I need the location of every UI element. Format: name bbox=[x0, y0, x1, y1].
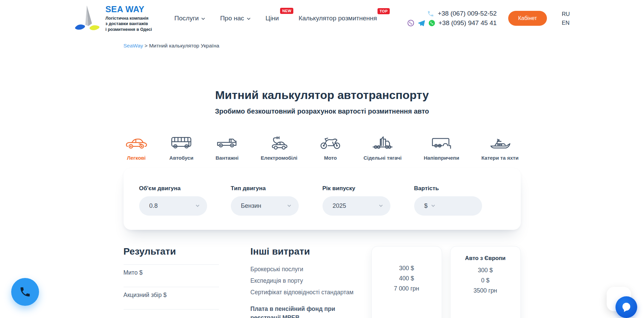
card-value: 7 000 грн bbox=[376, 283, 437, 294]
tab-boats-yachts[interactable]: Катери та яхти bbox=[481, 135, 518, 161]
cost-item-pension-fund: Плата в пенсійний фонд при реєстрації МР… bbox=[251, 304, 352, 318]
results-column: Результати Мито $ Акцизний збір $ bbox=[124, 246, 219, 310]
telegram-icon[interactable] bbox=[418, 20, 425, 26]
header: SEA WAY Логістична компанія з доставки в… bbox=[74, 0, 570, 34]
year-field: Рік випуску 2025 bbox=[323, 185, 390, 230]
card-value: 300 $ bbox=[376, 263, 437, 273]
cost-card-europe: Авто з Європи 300 $ 0 $ 3500 грн bbox=[450, 246, 521, 318]
nav-item-calculator[interactable]: Калькулятор розмитнення TOP bbox=[298, 15, 377, 22]
tab-trucks[interactable]: Вантажні bbox=[216, 135, 239, 161]
chat-button[interactable] bbox=[615, 296, 637, 318]
chevron-down-icon bbox=[379, 204, 383, 207]
chevron-down-icon bbox=[201, 17, 205, 20]
truck-icon bbox=[216, 135, 238, 151]
chevron-down-icon bbox=[196, 204, 200, 207]
card-value: 0 $ bbox=[455, 275, 516, 285]
card-title: Авто з Європи bbox=[455, 255, 516, 261]
page-title: Митний калькулятор автотранспорту bbox=[124, 88, 521, 102]
nav-item-about[interactable]: Про нас bbox=[220, 15, 251, 22]
engine-volume-label: Об'єм двигуна bbox=[139, 185, 207, 192]
logo-tagline: Логістична компанія з доставки вантажів … bbox=[106, 16, 152, 33]
calculator-form-panel: Об'єм двигуна 0.8 Тип двигуна Бензин Рік… bbox=[124, 168, 521, 230]
card-value: 400 $ bbox=[376, 273, 437, 283]
logo[interactable]: SEA WAY Логістична компанія з доставки в… bbox=[74, 4, 152, 33]
logo-title: SEA WAY bbox=[106, 4, 152, 14]
result-item-excise: Акцизний збір $ bbox=[124, 287, 219, 310]
engine-volume-select[interactable]: 0.8 bbox=[139, 196, 207, 216]
tab-buses[interactable]: Автобуси bbox=[169, 135, 194, 161]
cost-input-group: $ bbox=[414, 196, 482, 216]
breadcrumb-home-link[interactable]: SeaWay bbox=[124, 43, 143, 48]
currency-select[interactable]: $ bbox=[424, 202, 428, 210]
electric-car-icon bbox=[268, 135, 290, 151]
top-badge: TOP bbox=[378, 8, 390, 14]
breadcrumb-current: Митний калькулятор Україна bbox=[149, 43, 219, 48]
chevron-down-icon bbox=[287, 204, 291, 207]
lang-en[interactable]: EN bbox=[562, 18, 570, 27]
cost-item-broker: Брокерські послуги bbox=[251, 266, 359, 273]
lang-ru[interactable]: RU bbox=[562, 9, 570, 18]
engine-type-label: Тип двигуна bbox=[231, 185, 299, 192]
cabinet-button[interactable]: Кабінет bbox=[508, 11, 547, 26]
viber-icon[interactable] bbox=[407, 20, 414, 26]
card-value: 300 $ bbox=[455, 265, 516, 275]
cost-item-port: Експедиція в порту bbox=[251, 277, 359, 284]
nav-item-prices[interactable]: Ціни NEW bbox=[265, 15, 279, 22]
phone-icon bbox=[19, 286, 31, 298]
floating-call-button[interactable] bbox=[11, 278, 39, 306]
yacht-icon bbox=[489, 135, 511, 151]
phone-number-2[interactable]: +38 (095) 947 45 41 bbox=[439, 19, 497, 27]
messenger-icons bbox=[407, 20, 435, 26]
cost-input[interactable] bbox=[438, 202, 475, 210]
tab-electric-cars[interactable]: Електромобілі bbox=[261, 135, 297, 161]
semi-truck-icon bbox=[372, 135, 393, 151]
tab-semi-trailers[interactable]: Напівпричепи bbox=[424, 135, 459, 161]
cost-item-certificate: Сертифікат відповідності стандартам bbox=[251, 289, 359, 296]
bus-icon bbox=[170, 135, 192, 151]
phone-number-1[interactable]: +38 (067) 009-52-52 bbox=[438, 10, 497, 17]
other-costs-column: Інші витрати Брокерські послуги Експедиц… bbox=[251, 246, 359, 318]
tab-moto[interactable]: Мото bbox=[319, 135, 341, 161]
result-item-duty: Мито $ bbox=[124, 264, 219, 287]
chevron-down-icon[interactable] bbox=[431, 204, 435, 207]
motorcycle-icon bbox=[319, 135, 341, 151]
breadcrumb: SeaWay > Митний калькулятор Україна bbox=[124, 43, 521, 49]
card-value: 3500 грн bbox=[455, 285, 516, 296]
chevron-down-icon bbox=[247, 17, 251, 20]
results-section: Результати Мито $ Акцизний збір $ Інші в… bbox=[124, 246, 521, 318]
phone-row-1: +38 (067) 009-52-52 bbox=[427, 10, 497, 17]
nav-item-services[interactable]: Послуги bbox=[174, 15, 205, 22]
trailer-icon bbox=[430, 135, 452, 151]
cost-card-general: 300 $ 400 $ 7 000 грн bbox=[371, 246, 442, 318]
results-heading: Результати bbox=[124, 246, 219, 257]
breadcrumb-separator: > bbox=[145, 43, 149, 48]
other-costs-heading: Інші витрати bbox=[251, 246, 359, 257]
paper-boat-logo-icon bbox=[74, 4, 100, 32]
cost-cards: 300 $ 400 $ 7 000 грн Авто з Європи 300 … bbox=[371, 246, 521, 318]
engine-type-field: Тип двигуна Бензин bbox=[231, 185, 299, 230]
cost-label: Вартість bbox=[414, 185, 482, 192]
header-contacts: +38 (067) 009-52-52 +38 (095) 947 45 41 bbox=[407, 10, 497, 27]
language-switcher: RU EN bbox=[562, 9, 570, 27]
cost-field: Вартість $ bbox=[414, 185, 482, 230]
year-label: Рік випуску bbox=[323, 185, 390, 192]
chat-icon bbox=[621, 301, 632, 313]
chat-widget bbox=[607, 287, 639, 318]
engine-type-select[interactable]: Бензин bbox=[231, 196, 299, 216]
year-select[interactable]: 2025 bbox=[323, 196, 390, 216]
new-badge: NEW bbox=[280, 8, 293, 14]
phone-row-2: +38 (095) 947 45 41 bbox=[407, 19, 497, 27]
main-content: SeaWay > Митний калькулятор Україна Митн… bbox=[124, 43, 521, 318]
vehicle-type-tabs: Легкові Автобуси Вантажні bbox=[124, 135, 521, 161]
phone-icon bbox=[427, 10, 434, 17]
main-nav: Послуги Про нас Ціни NEW Калькулятор роз… bbox=[174, 15, 377, 22]
tab-cars[interactable]: Легкові bbox=[126, 135, 147, 161]
whatsapp-icon[interactable] bbox=[428, 20, 435, 26]
tab-semi-trucks[interactable]: Сідельні тягачі bbox=[364, 135, 402, 161]
engine-volume-field: Об'єм двигуна 0.8 bbox=[139, 185, 207, 230]
page-subtitle: Зробимо безкоштовний розрахунок вартості… bbox=[124, 107, 521, 115]
car-icon bbox=[126, 135, 147, 151]
logo-text: SEA WAY Логістична компанія з доставки в… bbox=[106, 4, 152, 33]
